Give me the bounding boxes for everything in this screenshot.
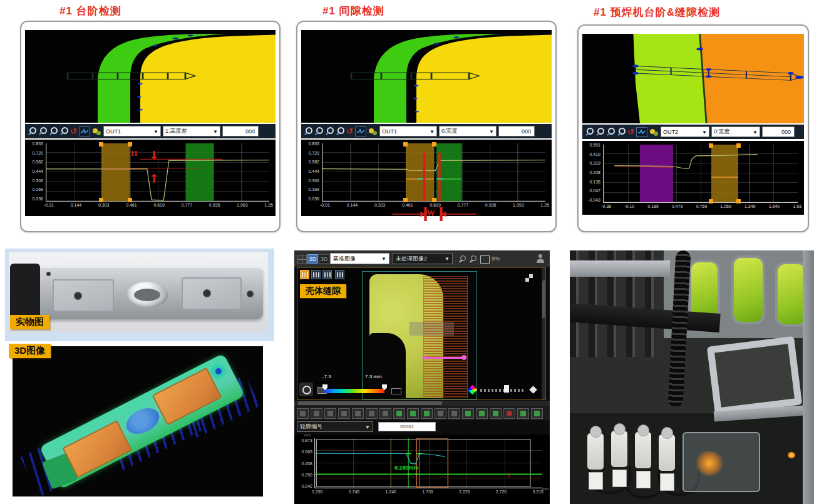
- y-axis-labels: 0.5010.4100.3190.2280.1380.047-0.043: [584, 143, 600, 202]
- range-icon[interactable]: [391, 388, 401, 394]
- center-boss: [126, 282, 168, 308]
- mask-button[interactable]: [421, 408, 433, 419]
- value-box[interactable]: 000: [762, 126, 795, 137]
- reset-icon[interactable]: ↺: [70, 126, 77, 136]
- chevron-down-icon: [702, 129, 707, 135]
- vertical-scrollbar[interactable]: [542, 268, 545, 399]
- value-box[interactable]: 000: [222, 126, 259, 136]
- profile-number-select[interactable]: 轮廓编号: [297, 421, 373, 432]
- area-button[interactable]: [448, 408, 460, 419]
- grid-view-icon[interactable]: [297, 255, 307, 264]
- measure-width-button[interactable]: [462, 408, 474, 419]
- zoom-fit-icon[interactable]: [325, 126, 334, 136]
- height-image-tool-icon[interactable]: [300, 270, 309, 279]
- color-scale-button[interactable]: [299, 383, 313, 396]
- zoom-in-icon[interactable]: [304, 126, 312, 136]
- position-slider-handle[interactable]: [504, 385, 509, 393]
- fit-view-icon[interactable]: [480, 255, 490, 264]
- fullscreen-icon[interactable]: [525, 274, 533, 282]
- height-annotation: H: [131, 148, 137, 158]
- zoom-out-icon[interactable]: [38, 126, 47, 136]
- zoom-out-icon[interactable]: [314, 126, 323, 136]
- profile-line-button[interactable]: [379, 408, 391, 419]
- color-tool-icon[interactable]: [649, 128, 659, 136]
- zoom-out-icon[interactable]: [470, 255, 477, 264]
- panel-title-step: #1 台阶检测: [59, 4, 121, 18]
- user-icon[interactable]: [536, 254, 545, 264]
- zoom-in-icon[interactable]: [585, 127, 594, 136]
- tick-label: 1.25: [264, 203, 273, 209]
- value-box[interactable]: 000: [498, 126, 535, 136]
- zoom-in-icon[interactable]: [459, 255, 466, 264]
- zoom-in-button[interactable]: [311, 408, 322, 419]
- tab-2d[interactable]: 2D: [307, 254, 318, 264]
- export-button[interactable]: [517, 408, 529, 419]
- output-select[interactable]: OUT2: [661, 126, 709, 137]
- chevron-down-icon: [365, 424, 370, 430]
- zoom-out-icon[interactable]: [595, 127, 604, 136]
- inspection-card-preweld: ↺ OUT2 0:宽度 000 0.5010.4100.3190.2280.13…: [577, 24, 809, 232]
- profile-graph-icon[interactable]: [355, 126, 366, 136]
- zoom-region-icon[interactable]: [336, 126, 344, 136]
- tab-3d[interactable]: 3D: [319, 254, 329, 264]
- tick-label: -0.043: [588, 198, 600, 202]
- mode-select[interactable]: 0:宽度: [711, 126, 760, 137]
- tick-label: 0.853: [32, 141, 43, 146]
- measure-angle-button[interactable]: [490, 408, 502, 419]
- marker-diamond-icon[interactable]: [529, 386, 537, 394]
- measure-height-button[interactable]: [476, 408, 488, 419]
- color-tool-icon[interactable]: [92, 127, 101, 136]
- weld-plate: [182, 277, 242, 310]
- zoom-fit-icon[interactable]: [606, 127, 615, 136]
- actuator-unit: [659, 435, 675, 471]
- profile-curve: [604, 145, 798, 202]
- tick-label: 0.777: [182, 203, 193, 209]
- horizontal-scrollbar[interactable]: [294, 401, 550, 406]
- tick-label: 2.720: [496, 490, 507, 494]
- y-unit-label: mm: [304, 433, 311, 437]
- surface-tool-icon[interactable]: [322, 270, 332, 279]
- mode-select[interactable]: 0:宽度: [439, 126, 497, 136]
- tick-label: 0.720: [308, 151, 319, 155]
- profile-graph-icon[interactable]: [636, 127, 647, 137]
- measure-tool-icon[interactable]: [335, 270, 344, 279]
- pan-button[interactable]: [366, 408, 378, 419]
- position-slider-track[interactable]: [480, 389, 525, 392]
- zoom-out-button[interactable]: [324, 408, 336, 419]
- gap-measurement-annotation: 0.180mm: [394, 465, 419, 471]
- region-button[interactable]: [407, 408, 419, 419]
- profile-tool-icon[interactable]: [311, 270, 321, 279]
- shell-gap-label: 壳体缝隙: [300, 284, 346, 298]
- record-button[interactable]: [503, 408, 515, 419]
- profile-number-field[interactable]: 00061: [378, 422, 436, 431]
- black-clip: [10, 264, 40, 319]
- height-map-image-step: [25, 30, 276, 123]
- slide: #1 台阶检测 #1 间隙检测 #1 预焊机台阶&缝隙检测: [0, 0, 814, 504]
- zoom-region-icon[interactable]: [59, 126, 68, 136]
- reset-icon[interactable]: ↺: [627, 127, 634, 136]
- output-select[interactable]: OUT1: [379, 126, 437, 136]
- tick-label: 0.935: [209, 203, 220, 209]
- aluminum-frame: [707, 336, 802, 415]
- reset-icon[interactable]: ↺: [346, 126, 353, 136]
- mode-select[interactable]: 1:高度差: [163, 126, 220, 136]
- edge-button[interactable]: [435, 408, 446, 419]
- height-map-gap: [301, 30, 552, 123]
- zoom-region-icon[interactable]: [617, 127, 626, 136]
- output-select[interactable]: OUT1: [103, 126, 161, 136]
- tick-label: 1.735: [422, 490, 433, 494]
- zoom-in-icon[interactable]: [28, 126, 36, 136]
- grid-overlay-button[interactable]: [393, 408, 405, 419]
- tick-label: 0.501: [589, 143, 600, 147]
- capture-button[interactable]: [531, 408, 543, 419]
- select-tool-button[interactable]: [297, 408, 309, 419]
- color-tool-icon[interactable]: [368, 127, 378, 136]
- chevron-down-icon: [153, 128, 158, 135]
- rotate-right-button[interactable]: [352, 408, 364, 419]
- profile-graph-icon[interactable]: [79, 126, 90, 136]
- processed-image-select[interactable]: 未处理图像2: [393, 253, 453, 264]
- photo-label: 实物图: [10, 315, 49, 329]
- base-image-select[interactable]: 基准图像: [330, 253, 389, 264]
- rotate-left-button[interactable]: [338, 408, 350, 419]
- zoom-fit-icon[interactable]: [49, 126, 58, 136]
